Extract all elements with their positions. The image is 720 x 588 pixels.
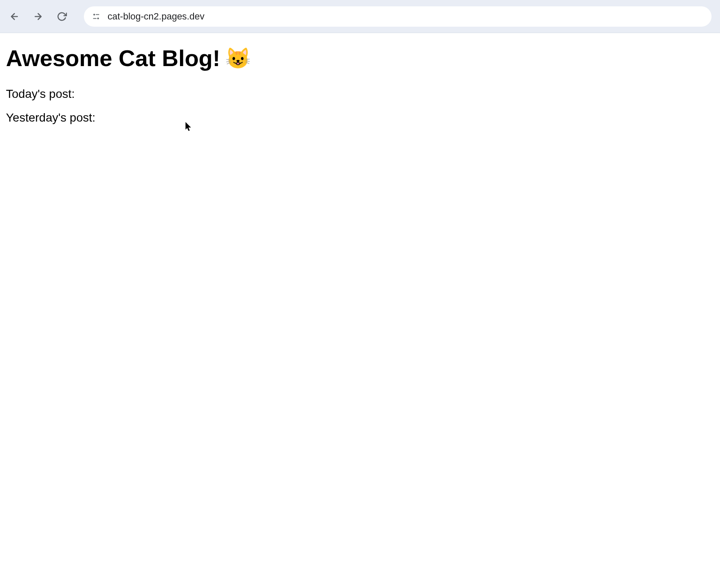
forward-button[interactable] <box>32 11 44 22</box>
reload-button[interactable] <box>56 11 68 22</box>
arrow-left-icon <box>9 11 19 22</box>
arrow-right-icon <box>33 11 43 22</box>
address-bar[interactable]: cat-blog-cn2.pages.dev <box>84 6 712 27</box>
site-info-button[interactable] <box>91 12 101 21</box>
yesterday-post-label: Yesterday's post: <box>6 111 714 125</box>
page-title: Awesome Cat Blog! 😺 <box>6 45 714 71</box>
title-text: Awesome Cat Blog! <box>6 45 220 71</box>
svg-rect-5 <box>93 18 97 19</box>
browser-toolbar: cat-blog-cn2.pages.dev <box>0 0 720 33</box>
today-post-label: Today's post: <box>6 87 714 101</box>
page-content: Awesome Cat Blog! 😺 Today's post: Yester… <box>0 33 720 147</box>
svg-rect-3 <box>96 14 99 15</box>
tune-icon <box>91 12 101 21</box>
url-text[interactable]: cat-blog-cn2.pages.dev <box>108 11 704 22</box>
cat-emoji-icon: 😺 <box>225 46 251 70</box>
reload-icon <box>57 11 67 22</box>
svg-point-4 <box>97 17 99 19</box>
back-button[interactable] <box>8 11 20 22</box>
svg-point-2 <box>93 14 95 15</box>
